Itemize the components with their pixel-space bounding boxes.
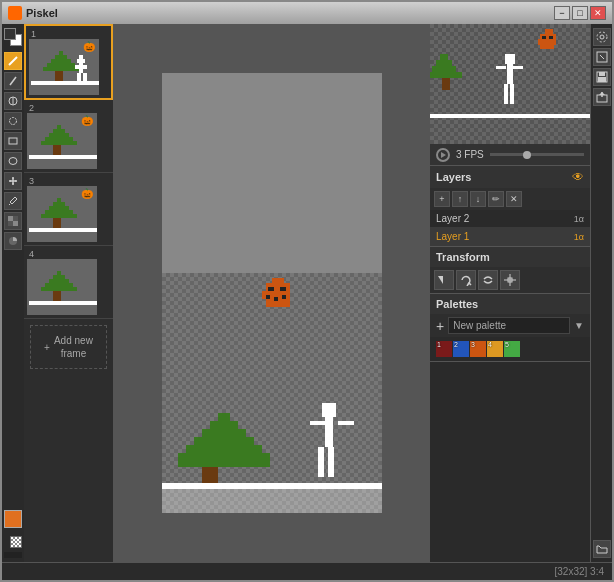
right-panel: 3 FPS Layers 👁 + ↑ ↓ ✏ ✕ xyxy=(430,24,590,562)
layer-item-1[interactable]: Layer 1 1α xyxy=(430,228,590,246)
palette-number-4: 4 xyxy=(488,341,492,348)
svg-rect-66 xyxy=(325,417,333,447)
center-button[interactable] xyxy=(500,270,520,290)
frame-item-4[interactable]: 4 xyxy=(24,246,113,319)
palette-color-1[interactable]: 1 xyxy=(436,341,452,357)
delete-layer-button[interactable]: ✕ xyxy=(506,191,522,207)
fps-slider-thumb[interactable] xyxy=(523,151,531,159)
edit-layer-button[interactable]: ✏ xyxy=(488,191,504,207)
lighten-tool[interactable] xyxy=(4,232,22,250)
dither-tool[interactable] xyxy=(4,212,22,230)
flip-horizontal-button[interactable] xyxy=(434,270,454,290)
folder-button[interactable] xyxy=(593,540,611,558)
svg-rect-21 xyxy=(77,59,85,63)
settings-button[interactable] xyxy=(593,28,611,46)
palettes-title: Palettes xyxy=(436,298,478,310)
canvas-drawing-area[interactable] xyxy=(162,273,382,513)
eraser-tool[interactable] xyxy=(4,72,22,90)
palette-number-2: 2 xyxy=(454,341,458,348)
layers-toolbar: + ↑ ↓ ✏ ✕ xyxy=(430,188,590,210)
add-frame-button[interactable]: + Add newframe xyxy=(30,325,107,369)
move-layer-down-button[interactable]: ↓ xyxy=(470,191,486,207)
palettes-header: Palettes xyxy=(430,294,590,314)
frame-item-3[interactable]: 3 🎃 xyxy=(24,173,113,246)
palette-colors: 1 2 3 4 5 xyxy=(430,337,590,361)
add-palette-button[interactable]: + xyxy=(436,318,444,334)
frame-item-1[interactable]: 1 🎃 xyxy=(24,24,113,100)
color-checker-area xyxy=(4,530,22,548)
eye-icon[interactable]: 👁 xyxy=(572,170,584,184)
bottom-color-area xyxy=(4,510,22,558)
frame-number-3: 3 xyxy=(29,176,34,186)
eyedropper-tool[interactable] xyxy=(4,192,22,210)
fps-slider[interactable] xyxy=(490,153,584,156)
svg-point-4 xyxy=(10,118,17,125)
tree-sprite-2 xyxy=(29,119,97,169)
svg-rect-40 xyxy=(29,228,97,232)
export-button[interactable] xyxy=(593,88,611,106)
svg-rect-77 xyxy=(542,36,546,39)
transform-toolbar xyxy=(430,267,590,293)
svg-rect-16 xyxy=(47,63,75,67)
left-toolbar xyxy=(2,24,24,562)
move-layer-up-button[interactable]: ↑ xyxy=(452,191,468,207)
palette-color-5[interactable]: 5 xyxy=(504,341,520,357)
minimize-button[interactable]: − xyxy=(554,6,570,20)
title-bar-left: Piskel xyxy=(8,6,58,20)
svg-rect-70 xyxy=(328,447,334,477)
svg-rect-15 xyxy=(51,59,71,63)
play-icon[interactable] xyxy=(436,148,450,162)
tree-sprite-4 xyxy=(29,265,97,315)
maximize-button[interactable]: □ xyxy=(572,6,588,20)
save-button[interactable] xyxy=(593,68,611,86)
svg-rect-27 xyxy=(57,125,61,129)
lasso-tool[interactable] xyxy=(4,112,22,130)
palette-name-input[interactable]: New palette xyxy=(448,317,570,334)
palette-dropdown-button[interactable]: ▼ xyxy=(574,320,584,331)
svg-rect-26 xyxy=(83,73,87,81)
transparent-swatch[interactable] xyxy=(10,536,22,548)
palette-color-4[interactable]: 4 xyxy=(487,341,503,357)
frame-item-2[interactable]: 2 🎃 xyxy=(24,100,113,173)
svg-rect-71 xyxy=(162,483,382,489)
transform-section: Transform xyxy=(430,247,590,294)
svg-rect-14 xyxy=(55,55,67,59)
pixel-art-canvas xyxy=(162,273,382,513)
svg-rect-41 xyxy=(57,271,61,275)
close-button[interactable]: ✕ xyxy=(590,6,606,20)
flip-vertical-button[interactable] xyxy=(478,270,498,290)
add-layer-button[interactable]: + xyxy=(434,191,450,207)
status-bar: [32x32] 3:4 xyxy=(2,562,612,580)
svg-rect-17 xyxy=(43,67,79,71)
circle-tool[interactable] xyxy=(4,152,22,170)
canvas-top-gray xyxy=(162,73,382,273)
svg-rect-64 xyxy=(178,453,270,467)
svg-rect-79 xyxy=(440,54,448,60)
svg-rect-55 xyxy=(274,297,278,301)
canvas-area[interactable] xyxy=(114,24,430,562)
pen-tool[interactable] xyxy=(4,52,22,70)
palette-color-2[interactable]: 2 xyxy=(453,341,469,357)
move-tool[interactable] xyxy=(4,172,22,190)
color-picker-area xyxy=(4,28,22,46)
frame-preview-1: 🎃 xyxy=(29,39,99,95)
svg-rect-54 xyxy=(266,295,270,299)
svg-point-6 xyxy=(9,158,17,165)
palette-color-3[interactable]: 3 xyxy=(470,341,486,357)
rotate-button[interactable] xyxy=(456,270,476,290)
resize-button[interactable] xyxy=(593,48,611,66)
layer-item-2[interactable]: Layer 2 1α xyxy=(430,210,590,228)
frame-number-4: 4 xyxy=(29,249,34,259)
primary-color-swatch[interactable] xyxy=(4,28,16,40)
canvas-wrapper xyxy=(162,73,382,513)
fill-tool[interactable] xyxy=(4,92,22,110)
svg-rect-47 xyxy=(29,301,97,305)
svg-rect-88 xyxy=(504,84,508,104)
layers-title: Layers xyxy=(436,171,471,183)
svg-rect-86 xyxy=(496,66,506,69)
svg-rect-24 xyxy=(83,65,87,69)
rectangle-tool[interactable] xyxy=(4,132,22,150)
primary-color-large[interactable] xyxy=(4,510,22,528)
svg-rect-13 xyxy=(59,51,63,55)
svg-rect-25 xyxy=(77,73,81,81)
